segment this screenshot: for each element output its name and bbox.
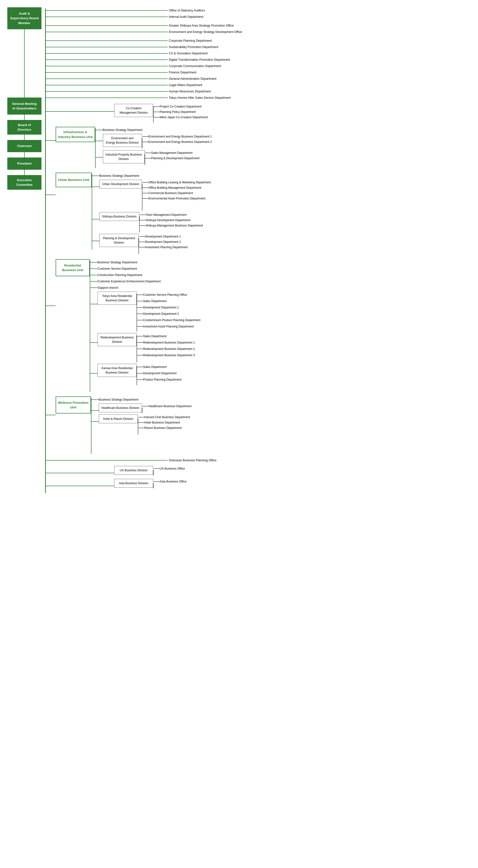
leaf-row: Asia Business Office bbox=[154, 479, 186, 484]
urban-divisions: Business Strategy Department Urban Devel… bbox=[92, 173, 211, 255]
spacer bbox=[46, 20, 473, 23]
residential-content: Business Strategy Department Customer Se… bbox=[90, 259, 201, 386]
wellness-leaf-row: Business Strategy Department bbox=[91, 397, 192, 403]
spacer bbox=[46, 256, 473, 258]
hline bbox=[143, 193, 149, 193]
leaf-row: Redevelopment Business Department 2 bbox=[137, 346, 195, 352]
hline bbox=[139, 247, 145, 247]
res-leaf-row: Construction Planning Department bbox=[90, 272, 201, 278]
urban-dev-div-box: Urban Development Division bbox=[99, 180, 142, 188]
cocreation-hline bbox=[46, 111, 114, 112]
hline bbox=[145, 153, 151, 153]
asia-hline bbox=[46, 486, 114, 486]
h-line bbox=[46, 10, 168, 11]
asia-div-box: Asia Business Division bbox=[114, 479, 153, 488]
us-div-section: US Business Division US Business Office bbox=[46, 466, 473, 475]
res-leaf-row: Customer Experience Enhancement Departme… bbox=[90, 278, 201, 284]
planning-dev-div-box: Planning & DevelopmentDivision bbox=[99, 234, 139, 247]
left-hierarchy: Audit & Supervisory Board Member General… bbox=[5, 5, 44, 190]
leaf: Healthcare Business Department bbox=[149, 404, 191, 408]
spacer bbox=[46, 476, 473, 478]
leaf-row: Hotel Business Department bbox=[138, 420, 190, 425]
hline bbox=[140, 220, 146, 220]
main-trunk-line bbox=[45, 8, 46, 493]
hline bbox=[92, 241, 99, 241]
leaf-row: Condominium Product Planning Department bbox=[137, 317, 201, 323]
asia-leaves: Asia Business Office bbox=[154, 479, 186, 484]
row-env-energy-strategy: Environment and Energy Strategy Developm… bbox=[46, 29, 473, 35]
leaf-row: Sales Management Department bbox=[145, 150, 200, 156]
leaf-env1: Environment and Energy Business Departme… bbox=[149, 135, 212, 138]
leaf-row: Environment and Energy Business Departme… bbox=[143, 134, 212, 139]
hline bbox=[137, 355, 143, 355]
shibuya-leaves-wrap: Town Management Department Shibuya Devel… bbox=[139, 212, 203, 232]
redevelopment-box: Redevelopment BusinessDivision bbox=[97, 333, 137, 346]
leaf: Customer Service Department bbox=[97, 267, 137, 270]
leaf: Sales Department bbox=[143, 365, 167, 369]
industrial-leaves: Sales Management Department Planning & D… bbox=[145, 150, 200, 161]
redevelopment-section: Redevelopment BusinessDivision Sales Dep… bbox=[90, 333, 201, 362]
audit-box: Audit & Supervisory Board Member bbox=[7, 7, 41, 29]
leaf: Asia Business Office bbox=[160, 480, 186, 483]
leaf-row: Planning Policy Department bbox=[154, 109, 208, 115]
leaf: Development Department 1 bbox=[143, 306, 179, 309]
hline bbox=[143, 142, 149, 142]
hline bbox=[154, 481, 160, 482]
urban-dev-leaves-wrap: Office Building Leasing & Marketing Depa… bbox=[142, 180, 211, 211]
leaf-row: Planning & Development Department bbox=[145, 156, 200, 161]
residential-divisions-wrap: Business Strategy Department Customer Se… bbox=[90, 259, 201, 392]
hline bbox=[143, 406, 149, 406]
leaf-west-japan: West Japan Co-Creation Department bbox=[160, 116, 208, 119]
board-box: Board ofDirectors bbox=[7, 120, 41, 134]
h-line bbox=[46, 60, 168, 60]
kansai-leaves: Sales Department Development Department … bbox=[137, 364, 181, 383]
leaf-row: Resort Business Department bbox=[138, 425, 190, 431]
leaf-cx: CX & Innovation Department bbox=[168, 52, 208, 55]
tokyo-res-box: Tokyo Area ResidentialBusiness Division bbox=[97, 291, 137, 305]
leaf: Harvest Club Business Department bbox=[144, 415, 190, 419]
leaf-row: Redevelopment Business Department 1 bbox=[137, 339, 195, 346]
row-finance: Finance Department bbox=[46, 69, 473, 75]
hline bbox=[137, 367, 143, 367]
industrial-div-box: Industrial Property BusinessDivision bbox=[103, 150, 145, 163]
leaf-row: Commercial Business Department bbox=[143, 190, 211, 196]
hline bbox=[90, 342, 97, 343]
env-energy-leaves-wrap: Environment and Energy Business Departme… bbox=[142, 134, 212, 149]
general-box: General Meetingof Shareholders bbox=[7, 97, 41, 115]
leaf: Investment Asset Planning Department bbox=[143, 325, 193, 328]
h-line bbox=[46, 40, 168, 41]
leaf: Shibuya Development Department bbox=[146, 218, 190, 222]
leaf-row: Office Building Leasing & Marketing Depa… bbox=[143, 180, 211, 185]
infra-biz-strategy-row: Business Strategy Department bbox=[96, 127, 212, 133]
row-digital: Digital Transformation Promotion Departm… bbox=[46, 57, 473, 63]
spacer bbox=[46, 35, 473, 37]
urban-hline bbox=[46, 194, 56, 195]
leaf-hline bbox=[154, 112, 160, 112]
hline bbox=[139, 242, 145, 242]
leaf: Customer Experience Enhancement Departme… bbox=[97, 280, 161, 283]
healthcare-leaves: Healthcare Business Department bbox=[143, 404, 191, 409]
h-line bbox=[46, 91, 168, 92]
h-line bbox=[46, 79, 168, 79]
hline bbox=[137, 373, 143, 374]
wellness-hline bbox=[46, 415, 56, 415]
shibuya-div-section: Shibuya Business Division Town Managemen… bbox=[92, 212, 211, 232]
healthcare-section: Healthcare Business Division Healthcare … bbox=[91, 404, 192, 413]
kansai-leaves-wrap: Sales Department Development Department … bbox=[137, 364, 181, 385]
h-line bbox=[46, 47, 168, 47]
hline bbox=[143, 182, 149, 183]
hline bbox=[137, 314, 143, 314]
leaf-env-energy-strategy: Environment and Energy Strategy Developm… bbox=[168, 30, 242, 34]
res-leaf-row: Business Strategy Department bbox=[90, 259, 201, 266]
leaf: Hotel Business Department bbox=[144, 421, 180, 424]
tokyo-res-leaves-wrap: Customer Service Planning Office Sales D… bbox=[137, 291, 201, 332]
leaf-row: Town Management Department bbox=[140, 212, 203, 217]
asia-div-section: Asia Business Division Asia Business Off… bbox=[46, 479, 473, 488]
row-general-admin: General Administration Department bbox=[46, 75, 473, 82]
h-line bbox=[46, 25, 168, 26]
hline bbox=[91, 410, 99, 411]
leaf: Office Building Leasing & Marketing Depa… bbox=[149, 181, 211, 184]
leaf: Sales Department bbox=[143, 300, 167, 303]
infra-unit-box: Infrastructure &Industry Business Unit bbox=[56, 127, 95, 142]
hline bbox=[90, 269, 97, 269]
